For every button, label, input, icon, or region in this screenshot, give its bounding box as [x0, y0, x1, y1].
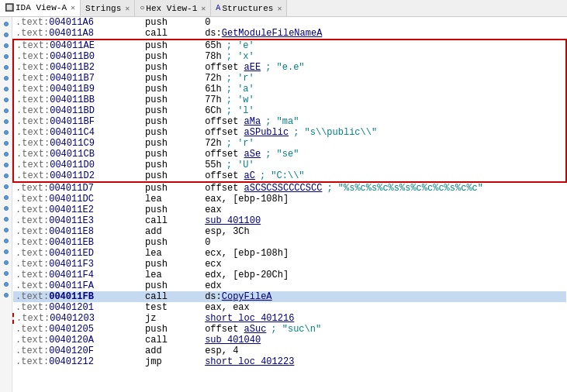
- table-row[interactable]: .text:004011B2pushoffset aEE; "e.e": [13, 62, 566, 73]
- instruction-cell: add: [143, 346, 202, 356]
- table-row[interactable]: .text:004011C4pushoffset aSPublic; "s\\p…: [13, 127, 566, 138]
- gutter-dot: [3, 301, 9, 311]
- address-value: 004011E3: [49, 215, 94, 226]
- instruction-cell: push: [143, 127, 202, 138]
- table-row[interactable]: .text:004011A8callds:GetModuleFileNameA: [13, 28, 566, 40]
- code-area[interactable]: .text:004011A6push0.text:004011A8callds:…: [12, 17, 567, 392]
- address-value: 004011AE: [50, 40, 95, 51]
- instruction-cell: push: [143, 84, 202, 95]
- address-value: 004011FB: [49, 291, 94, 302]
- operand-value: edx: [205, 280, 222, 291]
- gutter-dot: [3, 192, 9, 203]
- operand-cell: 0: [202, 17, 566, 28]
- table-row[interactable]: .text:0040120Acallsub_401040: [13, 335, 566, 346]
- address-value: 0040120F: [49, 346, 94, 356]
- gutter-dot: [3, 279, 9, 290]
- gutter-dot: [3, 160, 9, 170]
- table-row[interactable]: .text:004011E3callsub_401100: [13, 215, 566, 226]
- table-row[interactable]: .text:004011E2pusheax: [13, 205, 566, 215]
- address-cell: .text:004011E2: [13, 205, 143, 215]
- table-row[interactable]: .text:00401212jmpshort loc_401223: [13, 356, 566, 367]
- tab-close-structures[interactable]: ✕: [277, 4, 282, 13]
- operand-cell: 77h; 'w': [202, 95, 566, 105]
- table-row[interactable]: .text:004011F3pushecx: [13, 259, 566, 270]
- table-row[interactable]: .text:004011BBpush77h; 'w': [13, 95, 566, 105]
- table-row[interactable]: .text:004011D2pushoffset aC; "C:\\": [13, 170, 566, 182]
- table-row[interactable]: .text:004011BDpush6Ch; 'l': [13, 105, 566, 116]
- operand-func: sub_401100: [205, 215, 261, 226]
- operand-comment: ; 'w': [226, 95, 254, 105]
- operand-cell: ds:GetModuleFileNameA: [202, 28, 566, 40]
- table-row[interactable]: .text:004011BFpushoffset aMa; "ma": [13, 116, 566, 127]
- gutter-dot: [3, 40, 9, 51]
- table-row[interactable]: .text:0040120Faddesp, 4: [13, 346, 566, 356]
- operand-cell: ecx, [ebp-108h]: [202, 248, 566, 259]
- table-row[interactable]: .text:004011EDleaecx, [ebp-108h]: [13, 248, 566, 259]
- segment-label: .text:: [16, 149, 50, 160]
- tab-strings[interactable]: Strings✕: [81, 0, 135, 16]
- tab-close-ida-view-a[interactable]: ✕: [71, 3, 75, 12]
- gutter-dot: [3, 73, 9, 84]
- operand-cell: sub_401040: [202, 335, 566, 346]
- table-row[interactable]: .text:004011DCleaeax, [ebp-108h]: [13, 194, 566, 205]
- operand-comment: ; 'r': [226, 73, 254, 84]
- tab-structures[interactable]: AStructures✕: [211, 0, 287, 16]
- address-cell: .text:004011B9: [13, 84, 143, 95]
- table-row[interactable]: .text:004011EBpush0: [13, 237, 566, 248]
- address-value: 004011B0: [50, 51, 95, 62]
- address-value: 00401212: [49, 356, 94, 367]
- table-row[interactable]: .text:00401205pushoffset aSuc; "suc\n": [13, 324, 566, 335]
- address-value: 004011ED: [49, 248, 94, 259]
- segment-label: .text:: [16, 183, 49, 194]
- gutter-dot: [3, 257, 9, 268]
- operand-value: 55h: [205, 160, 222, 170]
- segment-label: .text:: [16, 291, 49, 302]
- segment-label: .text:: [16, 138, 50, 149]
- tab-ida-view-a[interactable]: 🔲IDA View-A✕: [0, 0, 81, 16]
- gutter-dot: [3, 225, 9, 236]
- breakpoint-gutter: [0, 17, 12, 392]
- tab-hex-view-1[interactable]: ○Hex View-1✕: [135, 0, 211, 16]
- table-row[interactable]: .text:004011CBpushoffset aSe; "se": [13, 149, 566, 160]
- table-row[interactable]: .text:004011B7push72h; 'r': [13, 73, 566, 84]
- table-row[interactable]: .text:004011C9push72h; 'r': [13, 138, 566, 149]
- operand-prefix: ds:: [205, 28, 222, 39]
- segment-label: .text:: [16, 105, 50, 116]
- table-row[interactable]: .text:004011F4leaedx, [ebp-20Ch]: [13, 270, 566, 280]
- instruction-cell: call: [143, 215, 202, 226]
- segment-label: .text:: [16, 40, 50, 51]
- table-row[interactable]: .text:004011D0push55h; 'U': [13, 160, 566, 170]
- operand-value: edx, [ebp-20Ch]: [205, 270, 289, 280]
- table-row[interactable]: .text:004011AEpush65h; 'e': [13, 40, 566, 51]
- instruction-cell: push: [143, 95, 202, 105]
- address-cell: .text:004011BF: [13, 116, 143, 127]
- instruction-cell: push: [143, 105, 202, 116]
- table-row[interactable]: .text:004011A6push0: [13, 17, 566, 28]
- address-cell: .text:004011AE: [13, 40, 143, 51]
- instruction-cell: push: [143, 73, 202, 84]
- segment-label: .text:: [16, 215, 49, 226]
- gutter-dot: [3, 246, 9, 257]
- table-row[interactable]: .text:00401203jzshort loc_401216: [13, 313, 566, 324]
- operand-cell: 78h; 'x': [202, 51, 566, 62]
- operand-value: eax, [ebp-108h]: [205, 194, 289, 205]
- table-row[interactable]: .text:004011E8addesp, 3Ch: [13, 226, 566, 237]
- table-row[interactable]: .text:00401201testeax, eax: [13, 302, 566, 313]
- segment-label: .text:: [16, 259, 49, 270]
- table-row[interactable]: .text:004011FBcallds:CopyFileA: [13, 291, 566, 302]
- address-cell: .text:00401205: [13, 324, 143, 335]
- operand-value: eax, eax: [205, 302, 250, 313]
- table-row[interactable]: .text:004011D7pushoffset aSCSCSSCCCCSCC;…: [13, 182, 566, 194]
- tab-close-hex-view-1[interactable]: ✕: [201, 4, 206, 13]
- table-row[interactable]: .text:004011FApushedx: [13, 280, 566, 291]
- tab-close-strings[interactable]: ✕: [125, 4, 130, 13]
- operand-keyword: offset: [205, 116, 244, 127]
- gutter-dot: [3, 62, 9, 73]
- address-value: 004011B7: [50, 73, 95, 84]
- address-cell: .text:004011A8: [13, 28, 143, 40]
- operand-cell: offset aC; "C:\\": [202, 170, 566, 182]
- address-cell: .text:004011EB: [13, 237, 143, 248]
- address-cell: .text:004011C9: [13, 138, 143, 149]
- table-row[interactable]: .text:004011B9push61h; 'a': [13, 84, 566, 95]
- table-row[interactable]: .text:004011B0push78h; 'x': [13, 51, 566, 62]
